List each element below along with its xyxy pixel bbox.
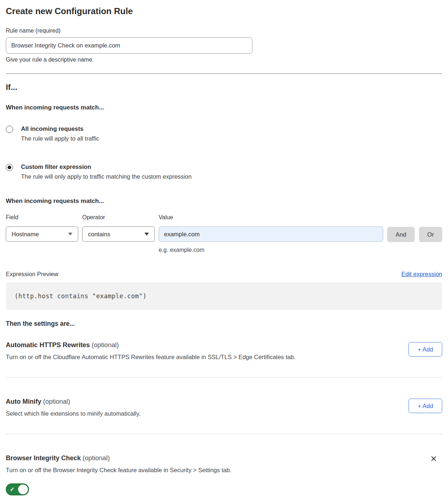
chevron-down-icon — [68, 233, 72, 236]
setting-heading: Auto Minify (optional) — [6, 398, 141, 406]
expression-preview-label: Expression Preview — [6, 271, 58, 278]
operator-select-value: contains — [88, 231, 110, 238]
setting-name: Browser Integrity Check — [6, 454, 81, 462]
radio-option-label: Custom filter expression — [21, 163, 192, 170]
setting-row: Automatic HTTPS Rewrites (optional) Turn… — [6, 339, 442, 361]
toggle-knob — [18, 485, 28, 494]
field-label: Field — [6, 214, 78, 221]
chevron-down-icon — [145, 233, 149, 236]
value-column: Value e.g. example.com — [159, 214, 383, 253]
add-automatic-https-rewrites-button[interactable]: + Add — [409, 342, 442, 357]
setting-heading: Browser Integrity Check (optional) — [6, 454, 231, 462]
radio-option-all-incoming-requests[interactable]: All incoming requests The rule will appl… — [6, 125, 442, 142]
radio-button-custom-filter[interactable] — [6, 164, 13, 171]
operator-column: Operator contains — [82, 214, 155, 242]
and-button[interactable]: And — [387, 227, 415, 242]
setting-row: Browser Integrity Check (optional) Turn … — [6, 452, 442, 474]
value-input[interactable] — [159, 226, 383, 242]
create-configuration-rule-form: Create new Configuration Rule Rule name … — [0, 0, 448, 495]
section-divider — [6, 377, 442, 378]
if-heading: If... — [6, 83, 442, 92]
radio-option-description: The rule will only apply to traffic matc… — [21, 173, 192, 180]
setting-auto-minify: Auto Minify (optional) Select which file… — [6, 395, 442, 417]
value-label: Value — [159, 214, 383, 221]
rule-name-help-text: Give your rule a descriptive name. — [6, 57, 442, 63]
filter-match-heading: When incoming requests match... — [6, 197, 442, 205]
expression-preview-header: Expression Preview Edit expression — [6, 271, 442, 278]
field-column: Field Hostname — [6, 214, 78, 242]
edit-expression-link[interactable]: Edit expression — [401, 271, 442, 278]
radio-option-description: The rule will apply to all traffic — [21, 135, 99, 142]
close-icon[interactable]: ✕ — [430, 455, 437, 463]
setting-description: Select which file extensions to minify a… — [6, 410, 141, 417]
operator-label: Operator — [82, 214, 155, 221]
setting-browser-integrity-check: Browser Integrity Check (optional) Turn … — [6, 452, 442, 495]
setting-automatic-https-rewrites: Automatic HTTPS Rewrites (optional) Turn… — [6, 339, 442, 361]
radio-option-custom-filter-expression[interactable]: Custom filter expression The rule will o… — [6, 163, 442, 180]
filter-expression-builder-row: Field Hostname Operator contains Value e… — [6, 214, 442, 253]
setting-heading: Automatic HTTPS Rewrites (optional) — [6, 341, 296, 349]
value-hint-text: e.g. example.com — [159, 247, 383, 253]
setting-name: Auto Minify — [6, 398, 41, 405]
match-heading: When incoming requests match... — [6, 104, 442, 111]
check-icon: ✓ — [10, 486, 14, 493]
rule-name-input[interactable] — [6, 37, 252, 54]
field-select[interactable]: Hostname — [6, 226, 78, 242]
expression-code: (http.host contains "example.com") — [14, 292, 147, 300]
setting-row: Auto Minify (optional) Select which file… — [6, 395, 442, 417]
setting-description: Turn on or off the Cloudflare Automatic … — [6, 354, 296, 361]
expression-code-block: (http.host contains "example.com") — [6, 282, 442, 310]
radio-option-label: All incoming requests — [21, 125, 99, 132]
setting-optional-tag: (optional) — [43, 398, 70, 405]
setting-optional-tag: (optional) — [83, 454, 110, 462]
add-auto-minify-button[interactable]: + Add — [409, 399, 442, 413]
field-select-value: Hostname — [12, 231, 39, 238]
radio-button-all-incoming[interactable] — [6, 126, 13, 133]
setting-texts: Browser Integrity Check (optional) Turn … — [6, 452, 231, 474]
setting-description: Turn on or off the Browser Integrity Che… — [6, 467, 231, 474]
then-settings-heading: Then the settings are... — [6, 320, 442, 328]
page-title: Create new Configuration Rule — [6, 6, 442, 16]
section-divider-top — [6, 73, 442, 74]
browser-integrity-check-toggle[interactable]: ✓ — [6, 483, 29, 495]
setting-name: Automatic HTTPS Rewrites — [6, 341, 90, 349]
rule-name-label: Rule name (required) — [6, 28, 442, 34]
setting-optional-tag: (optional) — [92, 341, 119, 349]
setting-texts: Auto Minify (optional) Select which file… — [6, 395, 141, 417]
radio-option-texts: Custom filter expression The rule will o… — [21, 163, 192, 180]
operator-select[interactable]: contains — [82, 226, 155, 242]
section-divider — [6, 434, 442, 434]
radio-option-texts: All incoming requests The rule will appl… — [21, 125, 99, 142]
or-button[interactable]: Or — [419, 227, 442, 242]
setting-texts: Automatic HTTPS Rewrites (optional) Turn… — [6, 339, 296, 361]
